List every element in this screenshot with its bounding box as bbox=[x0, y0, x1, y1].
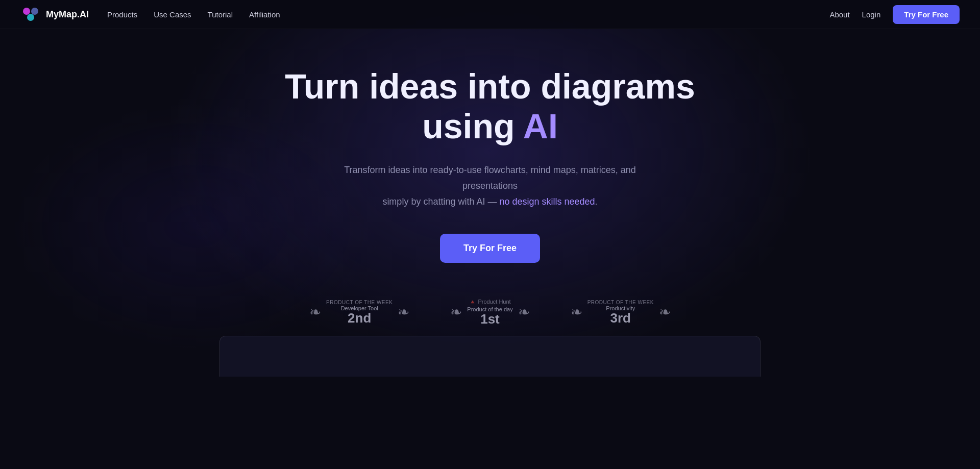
hero-subtitle-part1: Transform ideas into ready-to-use flowch… bbox=[344, 165, 636, 191]
hero-section: Turn ideas into diagrams using AI Transf… bbox=[0, 0, 980, 377]
badge-3-label: Product of The Week bbox=[587, 300, 654, 305]
hero-subtitle-part2: simply by chatting with AI — bbox=[382, 196, 499, 207]
hero-subtitle-highlight: no design skills needed bbox=[499, 196, 595, 207]
nav-links: Products Use Cases Tutorial Affiliation bbox=[107, 10, 280, 19]
nav-left: MyMap.AI Products Use Cases Tutorial Aff… bbox=[20, 4, 280, 24]
nav-about[interactable]: About bbox=[829, 10, 849, 19]
laurel-right-3: ❧ bbox=[659, 305, 671, 319]
laurel-left-1: ❧ bbox=[309, 305, 321, 319]
nav-cta-button[interactable]: Try For Free bbox=[893, 5, 960, 24]
badge-2-text: 🔺 Product Hunt Product of the day 1st bbox=[467, 299, 512, 326]
nav-use-cases[interactable]: Use Cases bbox=[154, 10, 191, 19]
badge-productivity: ❧ Product of The Week Productivity 3rd ❧ bbox=[571, 300, 671, 325]
laurel-right-2: ❧ bbox=[518, 305, 530, 319]
hero-subtitle-end: . bbox=[595, 196, 598, 207]
badge-1-label: Product of The Week bbox=[326, 300, 393, 305]
nav-login[interactable]: Login bbox=[862, 10, 881, 19]
nav-tutorial[interactable]: Tutorial bbox=[208, 10, 233, 19]
badge-1-rank: 2nd bbox=[348, 311, 371, 325]
navbar: MyMap.AI Products Use Cases Tutorial Aff… bbox=[0, 0, 980, 29]
hero-cta-button[interactable]: Try For Free bbox=[440, 234, 540, 263]
hero-subtitle: Transform ideas into ready-to-use flowch… bbox=[316, 162, 664, 209]
laurel-left-2: ❧ bbox=[450, 305, 462, 319]
ph-icon: 🔺 Product Hunt bbox=[469, 299, 510, 305]
badge-developer-tool: ❧ Product of The Week Developer Tool 2nd… bbox=[309, 300, 409, 325]
logo-text: MyMap.AI bbox=[46, 9, 89, 20]
laurel-left-3: ❧ bbox=[571, 305, 582, 319]
badge-3-rank: 3rd bbox=[610, 311, 631, 325]
svg-point-1 bbox=[31, 8, 38, 15]
badge-3-text: Product of The Week Productivity 3rd bbox=[587, 300, 654, 325]
nav-right: About Login Try For Free bbox=[829, 5, 960, 24]
laurel-right-1: ❧ bbox=[398, 305, 409, 319]
nav-products[interactable]: Products bbox=[107, 10, 137, 19]
svg-point-2 bbox=[27, 14, 34, 21]
hero-title-part1: Turn ideas into diagrams using bbox=[285, 67, 695, 145]
badges-section: ❧ Product of The Week Developer Tool 2nd… bbox=[309, 299, 671, 326]
hero-title: Turn ideas into diagrams using AI bbox=[260, 66, 720, 146]
svg-point-0 bbox=[23, 8, 30, 15]
badge-1-text: Product of The Week Developer Tool 2nd bbox=[326, 300, 393, 325]
nav-affiliation[interactable]: Affiliation bbox=[249, 10, 280, 19]
logo[interactable]: MyMap.AI bbox=[20, 4, 89, 24]
hero-title-ai: AI bbox=[523, 107, 558, 145]
badge-product-hunt: ❧ 🔺 Product Hunt Product of the day 1st … bbox=[450, 299, 529, 326]
badge-2-rank: 1st bbox=[480, 312, 500, 326]
bottom-preview-panel bbox=[219, 336, 761, 377]
